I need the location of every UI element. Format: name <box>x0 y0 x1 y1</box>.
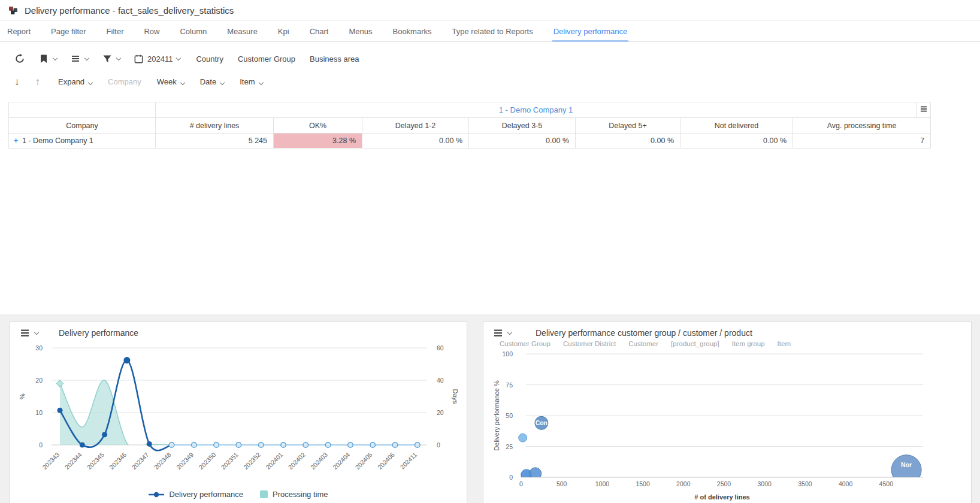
svg-text:202346: 202346 <box>108 451 128 471</box>
chevron-down-icon <box>180 80 184 84</box>
filter-icon <box>102 53 113 64</box>
tab-type-related-to-reports[interactable]: Type related to Reports <box>451 20 534 42</box>
col-header-delayed-1-2[interactable]: Delayed 1-2 <box>362 118 469 134</box>
expand-dropdown[interactable]: Expand <box>58 77 92 86</box>
col-header-delayed-5[interactable]: Delayed 5+ <box>576 118 680 134</box>
svg-text:202402: 202402 <box>286 451 306 471</box>
tab-row[interactable]: Row <box>143 20 161 42</box>
company-group-header-link[interactable]: 1 - Demo Company 1 <box>156 102 917 118</box>
line-point[interactable] <box>214 443 219 448</box>
bubble-point[interactable] <box>530 468 542 480</box>
line-point[interactable] <box>58 408 63 413</box>
col-header-delivery-lines[interactable]: # delivery lines <box>156 118 274 134</box>
chart-menu-dropdown[interactable] <box>493 328 512 338</box>
tab-chart[interactable]: Chart <box>308 20 330 42</box>
table-menu-button[interactable] <box>917 102 931 118</box>
filter-dropdown[interactable] <box>102 53 120 64</box>
line-point[interactable] <box>415 443 421 448</box>
breadcrumb-item-group[interactable]: Item group <box>732 340 765 350</box>
x-axis-ticks: 050010001500200025003000350040004500 <box>519 480 893 487</box>
tab-filter[interactable]: Filter <box>105 20 125 42</box>
tab-kpi[interactable]: Kpi <box>277 20 291 42</box>
svg-text:30: 30 <box>35 344 43 352</box>
breadcrumb-customer-district[interactable]: Customer District <box>563 340 616 350</box>
report-app-icon <box>8 5 19 16</box>
x-axis-ticks: 2023432023442023452023462023472023482023… <box>41 451 418 471</box>
line-point[interactable] <box>236 443 241 448</box>
date-dropdown[interactable]: Date <box>200 77 224 86</box>
bubble-point[interactable] <box>519 434 527 442</box>
expand-row-button[interactable]: + <box>14 137 18 145</box>
chart-legend: Delivery performance Processing time <box>10 490 467 499</box>
line-point[interactable] <box>303 443 308 448</box>
delivery-performance-panel: Delivery performance 00102020403060%Days… <box>10 322 467 503</box>
item-dropdown[interactable]: Item <box>240 77 262 86</box>
breadcrumb-product-group[interactable]: [product_group] <box>671 340 719 350</box>
col-header-ok-pct[interactable]: OK% <box>274 118 362 134</box>
breadcrumb-customer-group[interactable]: Customer Group <box>500 340 551 350</box>
line-point[interactable] <box>123 357 130 363</box>
line-point[interactable] <box>169 443 174 448</box>
not-delivered-cell: 0.00 % <box>680 134 793 149</box>
line-point[interactable] <box>348 443 353 448</box>
chevron-down-icon <box>88 80 93 84</box>
bookmark-icon <box>38 53 49 64</box>
country-filter-button[interactable]: Country <box>196 54 223 63</box>
refresh-button[interactable] <box>14 53 25 64</box>
legend-processing-time[interactable]: Processing time <box>260 490 328 499</box>
menu-dropdown[interactable] <box>70 53 89 64</box>
line-point[interactable] <box>80 443 85 448</box>
chart-menu-dropdown[interactable] <box>20 328 38 338</box>
business-area-filter-button[interactable]: Business area <box>310 54 359 63</box>
table-menu-icon <box>919 105 928 113</box>
customer-scatter-panel: Delivery performance customer group / cu… <box>483 322 972 503</box>
tab-menus[interactable]: Menus <box>347 20 373 42</box>
svg-text:50: 50 <box>506 412 513 419</box>
breadcrumb-customer[interactable]: Customer <box>628 340 658 350</box>
line-point[interactable] <box>147 441 152 447</box>
col-header-avg-processing-time[interactable]: Avg. processing time <box>793 118 931 134</box>
svg-text:202349: 202349 <box>175 451 195 471</box>
line-point[interactable] <box>258 443 264 448</box>
chevron-down-icon <box>220 80 225 84</box>
move-down-button[interactable]: ↓ <box>14 77 20 87</box>
company-button[interactable]: Company <box>108 77 141 86</box>
customer-scatter-chart[interactable]: 0255075100050010001500200025003000350040… <box>483 350 971 503</box>
line-point[interactable] <box>102 432 107 437</box>
company-cell[interactable]: +1 - Demo Company 1 <box>9 134 156 149</box>
delivery-pivot-table: 1 - Demo Company 1 Company # delivery li… <box>8 102 931 149</box>
svg-text:75: 75 <box>506 381 513 389</box>
svg-text:202406: 202406 <box>376 451 396 471</box>
move-up-button[interactable]: ↑ <box>35 77 41 87</box>
avg-processing-time-cell: 7 <box>793 134 931 149</box>
line-point[interactable] <box>392 443 398 448</box>
line-point[interactable] <box>281 443 286 448</box>
delivery-trend-chart[interactable]: 00102020403060%Days202343202344202345202… <box>10 338 467 483</box>
line-point[interactable] <box>370 443 376 448</box>
chevron-down-icon <box>53 55 58 60</box>
svg-text:202411: 202411 <box>398 451 418 471</box>
tab-page-filter[interactable]: Page filter <box>50 20 87 42</box>
legend-delivery-performance[interactable]: Delivery performance <box>149 490 243 499</box>
period-dropdown[interactable]: 202411 <box>134 54 180 64</box>
tab-report[interactable]: Report <box>6 20 32 42</box>
delivery-lines-cell: 5 245 <box>156 134 274 149</box>
col-header-company[interactable]: Company <box>9 118 156 134</box>
svg-text:202352: 202352 <box>242 451 262 471</box>
line-point[interactable] <box>192 443 197 448</box>
week-dropdown[interactable]: Week <box>157 77 184 86</box>
svg-text:202405: 202405 <box>353 451 373 471</box>
tab-column[interactable]: Column <box>179 20 208 42</box>
table-row: +1 - Demo Company 1 5 245 3.28 % 0.00 % … <box>9 134 931 149</box>
area-point[interactable] <box>56 380 63 387</box>
customer-group-filter-button[interactable]: Customer Group <box>238 54 295 63</box>
bookmark-dropdown[interactable] <box>38 53 57 64</box>
col-header-not-delivered[interactable]: Not delivered <box>680 118 793 134</box>
breadcrumb-item[interactable]: Item <box>778 340 791 350</box>
tab-delivery-performance[interactable]: Delivery performance <box>552 20 629 42</box>
col-header-delayed-3-5[interactable]: Delayed 3-5 <box>469 118 576 134</box>
tab-measure[interactable]: Measure <box>226 20 259 42</box>
bubble-nor[interactable] <box>891 455 921 485</box>
line-point[interactable] <box>325 443 331 448</box>
tab-bookmarks[interactable]: Bookmarks <box>391 20 432 42</box>
